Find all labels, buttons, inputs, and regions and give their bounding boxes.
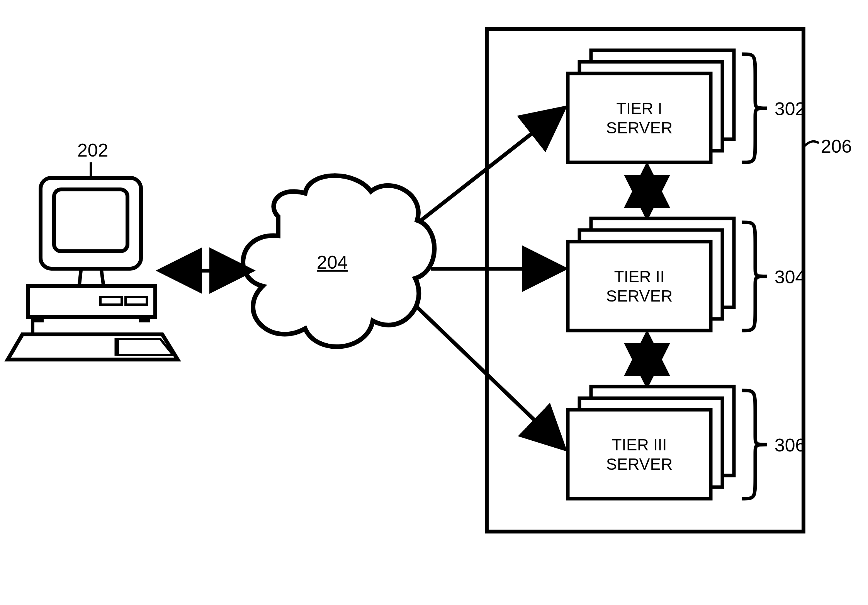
svg-rect-9 [568,73,711,162]
arrow-network-tier3 [415,305,564,448]
svg-rect-4 [126,297,147,305]
tier2-label-line2: SERVER [606,287,673,305]
tier3-label-line1: TIER III [612,436,667,454]
svg-rect-2 [28,286,155,317]
svg-rect-15 [568,410,711,499]
brace-304 [742,222,767,331]
ref-container: 206 [821,136,852,157]
ref-tier2: 304 [775,267,805,287]
tier1-label-line2: SERVER [606,119,673,137]
ref-tier1: 302 [775,99,805,119]
keyboard-icon [8,317,178,360]
ref-tier3: 306 [775,435,805,455]
brace-302 [742,54,767,162]
tier1-label-line1: TIER I [616,99,662,118]
brace-306 [742,390,767,499]
svg-rect-5 [33,317,44,322]
svg-rect-1 [54,189,127,251]
client-computer [8,162,178,360]
arrow-network-tier1 [421,108,564,220]
monitor-icon [41,178,141,286]
system-unit-icon [28,286,155,322]
svg-rect-6 [139,317,150,322]
svg-rect-12 [568,242,711,331]
tier3-label-line2: SERVER [606,455,673,473]
ref-network: 204 [317,252,348,273]
tier2-label-line1: TIER II [614,268,665,286]
ref-client: 202 [77,140,108,160]
svg-rect-3 [100,297,122,305]
